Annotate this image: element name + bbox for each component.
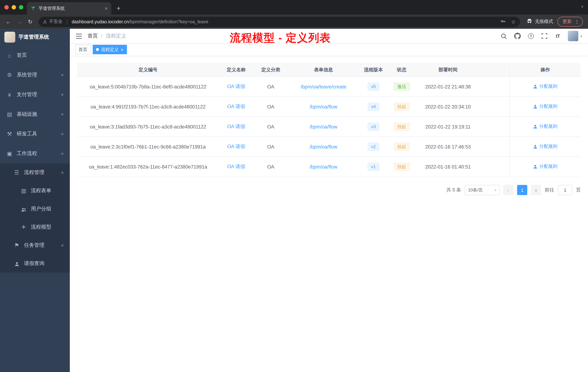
page-number-button[interactable]: 1: [517, 185, 527, 195]
breadcrumb-home[interactable]: 首页: [88, 33, 98, 39]
update-label: 更新: [563, 19, 572, 25]
definition-name-link[interactable]: OA 请假: [227, 124, 245, 129]
tab-title: 芋道管理系统: [39, 5, 65, 11]
sidebar-item-process-model[interactable]: ✈ 流程模型: [0, 218, 70, 236]
definition-id: oa_leave:2:3c1f0ef1-76b1-11ec-9c66-a2380…: [77, 144, 219, 149]
minimize-window-button[interactable]: [12, 5, 16, 10]
goto-unit: 页: [576, 187, 581, 193]
back-button[interactable]: ←: [4, 17, 13, 26]
assign-rule-button[interactable]: 分配规则: [533, 84, 557, 90]
chevron-down-icon: ∨: [61, 243, 64, 247]
bookmark-star-icon[interactable]: ☆: [511, 19, 516, 25]
main-area: 首页 / 流程定义 流程模型 - 定义列表 ?: [70, 29, 588, 372]
github-icon[interactable]: [514, 33, 521, 40]
sidebar-item-process-management[interactable]: ☰ 流程管理 ∧: [0, 164, 70, 182]
assign-rule-button[interactable]: 分配规则: [533, 124, 557, 130]
password-key-icon[interactable]: [501, 18, 506, 25]
form-link[interactable]: /bpm/oa/flow: [309, 104, 337, 109]
sidebar-item-label: 系统管理: [17, 72, 37, 78]
sidebar-item-user-group[interactable]: 用户分组: [0, 200, 70, 218]
sidebar-item-task-management[interactable]: ⚑ 任务管理 ∨: [0, 236, 70, 254]
font-size-icon[interactable]: tT: [554, 33, 561, 40]
collapse-sidebar-icon[interactable]: [76, 33, 82, 39]
incognito-icon: [526, 18, 532, 25]
sidebar-item-devtools[interactable]: ⚒ 研发工具 ∨: [0, 124, 70, 144]
next-page-button[interactable]: ›: [531, 185, 541, 195]
status-badge: 挂起: [394, 163, 410, 171]
caret-down-icon: ▾: [580, 34, 582, 38]
page-content: 定义编号 定义名称 定义分类 表单信息 流程版本 状态 部署时间 操作 oa_l…: [70, 56, 588, 372]
logo-image: [4, 32, 15, 43]
browser-toolbar: ← → ↻ ⚠ 不安全 dashboard.yudao.iocoder.cn/b…: [0, 15, 588, 29]
breadcrumb-current: 流程定义: [106, 33, 126, 39]
sidebar-logo[interactable]: 芋道管理系统: [0, 29, 70, 45]
definition-name-link[interactable]: OA 请假: [227, 164, 245, 169]
form-icon: ▥: [20, 187, 27, 194]
sidebar-item-workflow[interactable]: ▣ 工作流程 ∧: [0, 144, 70, 164]
page-size-value: 10条/页: [468, 187, 483, 193]
tag-process-definition[interactable]: 流程定义 ×: [93, 45, 127, 54]
definition-name-link[interactable]: OA 请假: [227, 144, 245, 149]
maximize-window-button[interactable]: [19, 5, 23, 10]
chevron-down-icon: ∨: [61, 132, 64, 136]
close-window-button[interactable]: [4, 5, 9, 10]
home-icon: ⌂: [6, 52, 13, 58]
page-size-select[interactable]: 10条/页 ▾: [465, 185, 500, 195]
prev-page-button[interactable]: ‹: [503, 185, 514, 195]
user-avatar-menu[interactable]: ▾: [568, 31, 582, 42]
table-row: oa_leave:5:004b710b-7b8a-11ec-8ef0-acde4…: [77, 77, 581, 97]
new-tab-button[interactable]: +: [114, 3, 124, 13]
fullscreen-icon[interactable]: [541, 33, 548, 40]
sidebar-item-home[interactable]: ⌂ 首页: [0, 45, 70, 65]
search-icon[interactable]: [500, 33, 508, 40]
version-badge: v3: [368, 123, 379, 131]
goto-page-input[interactable]: [558, 185, 572, 195]
sidebar-item-system[interactable]: ⚙ 系统管理 ∨: [0, 65, 70, 85]
sidebar-item-process-form[interactable]: ▥ 流程表单: [0, 182, 70, 200]
form-link[interactable]: /bpm/oa/flow: [309, 144, 337, 149]
definition-name-link[interactable]: OA 请假: [227, 84, 245, 89]
assign-rule-button[interactable]: 分配规则: [533, 164, 557, 170]
tag-close-icon[interactable]: ×: [121, 47, 124, 52]
table-row: oa_leave:1:482ec033-762a-11ec-8477-a2380…: [77, 157, 581, 177]
reload-button[interactable]: ↻: [25, 17, 35, 26]
sidebar-item-payment[interactable]: ¥ 支付管理 ∨: [0, 85, 70, 104]
chevron-down-icon: ▾: [494, 188, 496, 192]
definition-id: oa_leave:1:482ec033-762a-11ec-8477-a2380…: [77, 164, 219, 169]
browser-tab[interactable]: 芋道管理系统 ×: [27, 2, 111, 15]
active-dot: [96, 48, 99, 51]
sidebar-item-label: 任务管理: [24, 242, 44, 249]
tab-search-icon[interactable]: ∨: [581, 4, 584, 8]
avatar: [568, 31, 578, 42]
assign-rule-button[interactable]: 分配规则: [533, 104, 557, 110]
definition-name-link[interactable]: OA 请假: [227, 104, 245, 109]
security-warning-label[interactable]: 不安全: [49, 19, 63, 25]
list-icon: ☰: [13, 169, 20, 176]
tab-close-icon[interactable]: ×: [105, 5, 108, 11]
workflow-icon: ▣: [6, 150, 13, 157]
sidebar-item-infrastructure[interactable]: ▤ 基础设施 ∨: [0, 104, 70, 124]
definition-category: OA: [253, 164, 288, 169]
form-link[interactable]: /bpm/oa/leave/create: [301, 84, 346, 89]
sidebar-item-label: 流程表单: [31, 187, 51, 194]
incognito-label: 无痕模式: [535, 19, 553, 25]
definition-category: OA: [253, 104, 288, 109]
forward-button[interactable]: →: [15, 17, 24, 26]
form-link[interactable]: /bpm/oa/flow: [309, 124, 337, 129]
assign-rule-button[interactable]: 分配规则: [533, 144, 557, 150]
browser-menu-icon[interactable]: ⋮: [575, 19, 579, 24]
assign-rule-label: 分配规则: [539, 104, 557, 110]
chevron-down-icon: ∨: [61, 112, 64, 116]
deploy-time: 2022-01-16 17:46:53: [415, 144, 481, 149]
sidebar-item-leave-query[interactable]: 请假查询: [0, 254, 70, 273]
sidebar: 芋道管理系统 ⌂ 首页 ⚙ 系统管理 ∨ ¥ 支付管理 ∨ ▤ 基础设施 ∨: [0, 29, 70, 372]
help-icon[interactable]: ?: [527, 33, 535, 40]
address-bar[interactable]: ⚠ 不安全 dashboard.yudao.iocoder.cn/bpm/man…: [39, 17, 520, 27]
tag-home[interactable]: 首页: [75, 45, 91, 54]
form-link[interactable]: /bpm/oa/flow: [309, 164, 337, 169]
chevron-up-icon: ∧: [61, 152, 64, 155]
app-header: 首页 / 流程定义 流程模型 - 定义列表 ?: [70, 29, 588, 43]
sidebar-item-label: 支付管理: [17, 91, 37, 98]
update-button[interactable]: 更新 ⋮: [557, 17, 583, 27]
status-badge: 挂起: [394, 143, 410, 151]
